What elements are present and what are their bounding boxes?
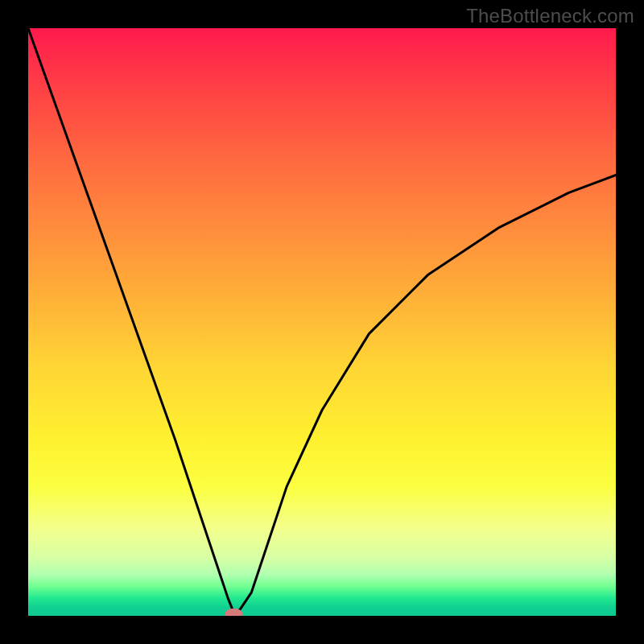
chart-plot-area	[28, 28, 616, 616]
chart-frame: TheBottleneck.com	[0, 0, 644, 644]
chart-svg	[28, 28, 616, 616]
watermark-text: TheBottleneck.com	[466, 5, 634, 27]
bottleneck-curve	[28, 28, 616, 613]
